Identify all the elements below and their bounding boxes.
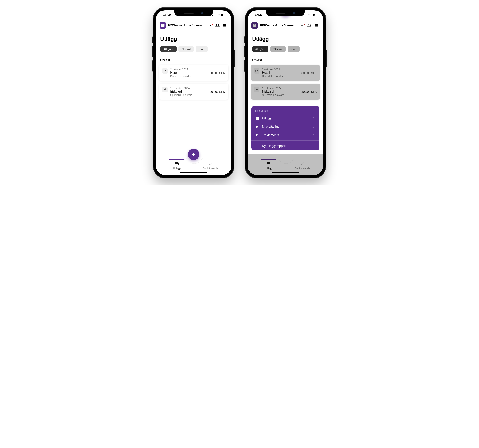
bell-icon [215,23,220,27]
phone-left: 17:09 109Visma Anna Svens [153,8,234,178]
chevron-right-icon [312,125,316,129]
svg-rect-0 [212,15,213,16]
card-amount: 300,00 SEK [210,90,225,93]
plus-icon [191,152,196,157]
svg-rect-3 [215,14,215,16]
card-subtitle: Sjukvård/Friskvård [170,93,207,97]
notch [174,10,213,16]
plus-icon [255,144,259,148]
page-title: Utlägg [156,31,231,46]
section-label-utkast: Utkast [156,52,231,65]
card-title: friskvård [170,90,207,93]
chevron-down-icon [209,24,212,27]
notch [266,10,305,16]
svg-rect-2 [214,14,214,16]
card-subtitle: Boendekostnader [170,75,207,78]
svg-rect-6 [225,14,226,15]
svg-rect-5 [221,14,223,16]
bottom-nav: Utlägg Godkännande [156,154,231,175]
nav-utlagg[interactable]: Utlägg [165,162,188,170]
tab-skickat[interactable]: Skickat [179,46,194,52]
app-header: 109Visma Anna Svens [156,19,231,31]
cellular-icon [212,14,215,16]
card-date: 15 oktober 2024 [170,87,207,90]
menu-button[interactable] [222,23,228,27]
home-indicator[interactable] [180,172,207,173]
chevron-right-icon [312,133,316,137]
wifi-icon [217,14,220,16]
car-icon [255,125,259,129]
tab-klart[interactable]: Klart [196,46,208,52]
popup-title: Nytt utlägg [251,106,319,114]
luggage-icon [255,133,259,137]
bed-icon [162,68,167,74]
chevron-right-icon [312,144,316,148]
popup-item-label: Ny utläggsrapport [262,144,286,148]
expense-card[interactable]: 2 oktober 2024 Hotell Boendekostnader 30… [159,65,228,81]
popup-item-traktamente[interactable]: Traktamente [251,131,319,139]
card-icon [174,162,179,166]
notification-dot [212,24,213,25]
modal-overlay[interactable] [248,10,323,175]
svg-point-10 [165,88,166,89]
nav-godkannande[interactable]: Godkännande [199,162,222,170]
filter-tabs: Att göra Skickat Klart [156,46,231,52]
fab-add[interactable] [188,149,199,160]
tab-att-gora[interactable]: Att göra [160,46,177,52]
card-date: 2 oktober 2024 [170,68,207,71]
hamburger-icon [223,23,227,27]
popup-item-new-report[interactable]: Ny utläggsrapport [251,142,319,150]
popup-item-utlagg[interactable]: Utlägg [251,114,319,123]
user-name: 109Visma Anna Svens [167,24,206,27]
new-expense-popup: Nytt utlägg Utlägg Milersättning Tra [251,106,319,150]
app-icon [160,22,166,29]
nav-label: Utlägg [173,167,180,170]
svg-rect-1 [213,15,213,16]
check-icon [208,162,213,166]
camera-icon [255,117,259,120]
svg-rect-13 [175,163,179,165]
running-icon [162,87,167,92]
card-amount: 300,00 SEK [210,71,225,75]
user-dropdown[interactable] [207,24,213,27]
status-time: 17:09 [163,13,171,17]
chevron-right-icon [312,117,316,120]
phone-right: 17:26 109Visma Anna Svens [245,8,326,178]
nav-label: Godkännande [203,167,218,170]
card-title: Hotell [170,71,207,75]
popup-item-label: Utlägg [262,117,271,120]
expense-card[interactable]: 15 oktober 2024 friskvård Sjukvård/Frisk… [159,84,228,100]
battery-icon [221,14,226,16]
popup-item-milersattning[interactable]: Milersättning [251,123,319,131]
popup-item-label: Milersättning [262,125,279,129]
bell-button[interactable] [215,23,220,27]
popup-item-label: Traktamente [262,133,279,137]
